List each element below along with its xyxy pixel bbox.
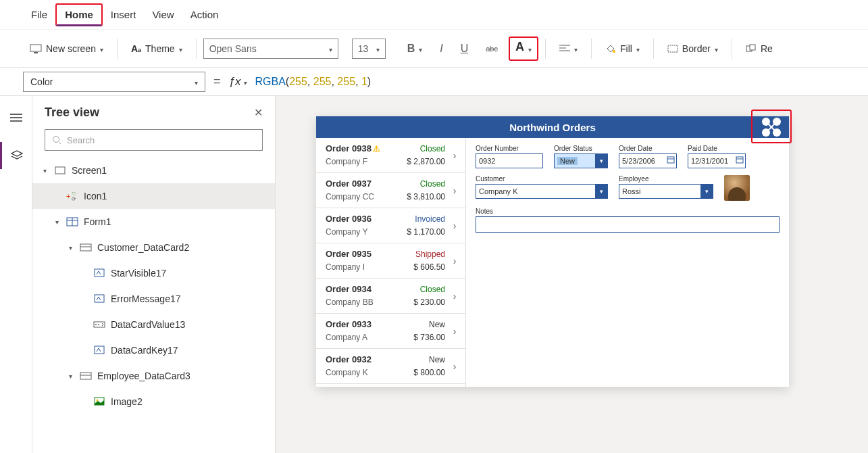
ribbon: New screen Aa Theme Open Sans 13 B I U a…	[0, 30, 868, 68]
underline-button[interactable]: U	[454, 37, 476, 61]
font-family-combo[interactable]: Open Sans	[203, 39, 338, 59]
menu-insert[interactable]: Insert	[103, 5, 145, 24]
tree-node-starvisible[interactable]: StarVisible17	[32, 260, 275, 286]
tree-node-screen1[interactable]: ▾Screen1	[32, 158, 275, 183]
fx-button[interactable]: ƒx	[229, 75, 247, 89]
label-icon	[94, 345, 105, 355]
tree-view-title: Tree view	[45, 105, 254, 120]
font-color-button[interactable]: A	[509, 37, 538, 61]
order-row[interactable]: Order 0934ClosedCompany BB$ 230.00›	[316, 279, 465, 314]
font-size-combo[interactable]: 13	[352, 39, 386, 59]
svg-rect-41	[736, 157, 743, 163]
strikethrough-button[interactable]: abc	[479, 37, 505, 61]
icon1-control[interactable]	[757, 112, 786, 142]
tree-node-datacardkey[interactable]: DataCardKey17	[32, 337, 275, 363]
order-status-select[interactable]: New▾	[554, 153, 608, 168]
card-icon	[80, 243, 92, 252]
canvas[interactable]: Northwind Orders Order 0938⚠ClosedCompan…	[276, 96, 868, 453]
bold-button[interactable]: B	[401, 37, 430, 61]
tree-node-image2[interactable]: Image2	[32, 389, 275, 414]
tree-node-errormessage[interactable]: ErrorMessage17	[32, 286, 275, 312]
tree-node-icon1[interactable]: +♡⟳Icon1	[32, 183, 275, 209]
menu-action[interactable]: Action	[182, 5, 227, 24]
paid-date-field[interactable]: 12/31/2001	[688, 153, 746, 168]
svg-rect-0	[30, 45, 41, 51]
tree-close-button[interactable]: ✕	[254, 106, 263, 119]
menu-bar: File Home Insert View Action	[0, 0, 868, 30]
layers-icon	[11, 150, 23, 161]
menu-view[interactable]: View	[144, 5, 182, 24]
order-row[interactable]: Order 0935ShippedCompany I$ 606.50›	[316, 243, 465, 279]
svg-rect-21	[80, 244, 91, 251]
reorder-icon	[746, 44, 757, 53]
svg-rect-29	[80, 373, 91, 379]
theme-button[interactable]: Aa Theme	[124, 37, 189, 61]
order-row[interactable]: Order 0936InvoicedCompany Y$ 1,170.00›	[316, 208, 465, 243]
tree-view-panel: Tree view ✕ Search ▾Screen1 +♡⟳Icon1 ▾Fo…	[32, 96, 276, 453]
employee-select[interactable]: Rossi▾	[619, 184, 713, 199]
employee-avatar	[724, 175, 750, 201]
svg-point-27	[98, 324, 99, 325]
menu-home[interactable]: Home	[55, 3, 103, 26]
app-header: Northwind Orders	[316, 116, 789, 138]
tree-node-employee-card[interactable]: ▾Employee_DataCard3	[32, 363, 275, 389]
align-button[interactable]	[553, 37, 584, 61]
order-row[interactable]: Order 0937ClosedCompany CC$ 3,810.00›	[316, 173, 465, 208]
order-gallery[interactable]: Order 0938⚠ClosedCompany F$ 2,870.00›Ord…	[316, 138, 466, 387]
svg-line-13	[59, 142, 61, 144]
svg-point-26	[95, 324, 97, 325]
equals-label: =	[213, 74, 221, 89]
search-icon	[52, 135, 61, 145]
new-screen-button[interactable]: New screen	[23, 37, 110, 61]
order-detail-form: Order Number0932 Order StatusNew▾ Order …	[466, 138, 789, 387]
border-icon	[667, 45, 678, 53]
combo-icon	[93, 321, 105, 328]
svg-rect-39	[667, 157, 674, 163]
tree-node-form1[interactable]: ▾Form1	[32, 209, 275, 235]
order-number-field[interactable]: 0932	[476, 153, 543, 168]
svg-text:⟳: ⟳	[72, 196, 76, 201]
border-button[interactable]: Border	[661, 37, 725, 61]
svg-rect-6	[668, 45, 678, 52]
menu-file[interactable]: File	[23, 5, 55, 24]
order-row[interactable]: Order 0932NewCompany K$ 800.00›	[316, 349, 465, 384]
order-date-field[interactable]: 5/23/2006	[619, 153, 677, 168]
italic-button[interactable]: I	[433, 37, 449, 61]
paint-bucket-icon	[605, 43, 616, 54]
notes-input[interactable]	[476, 216, 780, 233]
card-icon	[80, 372, 92, 380]
rail-treeview[interactable]	[0, 142, 32, 169]
svg-rect-8	[750, 45, 755, 50]
left-rail	[0, 96, 32, 453]
fill-button[interactable]: Fill	[598, 37, 646, 61]
svg-rect-14	[55, 167, 65, 174]
align-icon	[559, 45, 570, 53]
app-preview: Northwind Orders Order 0938⚠ClosedCompan…	[316, 116, 789, 387]
label-icon	[94, 268, 105, 278]
formula-input[interactable]: RGBA(255, 255, 255, 1)	[255, 75, 371, 88]
tree-node-customer-card[interactable]: ▾Customer_DataCard2	[32, 235, 275, 260]
reorder-button[interactable]: Re	[739, 37, 780, 61]
screen-icon	[30, 44, 42, 53]
svg-rect-1	[34, 52, 38, 53]
rail-hamburger[interactable]	[0, 104, 32, 131]
tree: ▾Screen1 +♡⟳Icon1 ▾Form1 ▾Customer_DataC…	[32, 158, 275, 453]
svg-text:+: +	[66, 192, 70, 200]
form-icon	[66, 217, 78, 226]
order-row[interactable]: Order 0938⚠ClosedCompany F$ 2,870.00›	[316, 138, 465, 173]
image-icon	[94, 397, 105, 406]
property-selector[interactable]: Color	[23, 72, 205, 92]
formula-bar: Color = ƒx RGBA(255, 255, 255, 1)	[0, 68, 868, 96]
svg-point-5	[613, 50, 615, 53]
tree-search-input[interactable]: Search	[45, 129, 263, 151]
customer-select[interactable]: Company K▾	[476, 184, 608, 199]
order-row[interactable]: Order 0933NewCompany A$ 736.00›	[316, 314, 465, 349]
hamburger-icon	[10, 113, 22, 122]
tree-node-datacardvalue[interactable]: DataCardValue13	[32, 312, 275, 337]
svg-point-12	[53, 137, 59, 143]
label-icon	[94, 294, 105, 304]
